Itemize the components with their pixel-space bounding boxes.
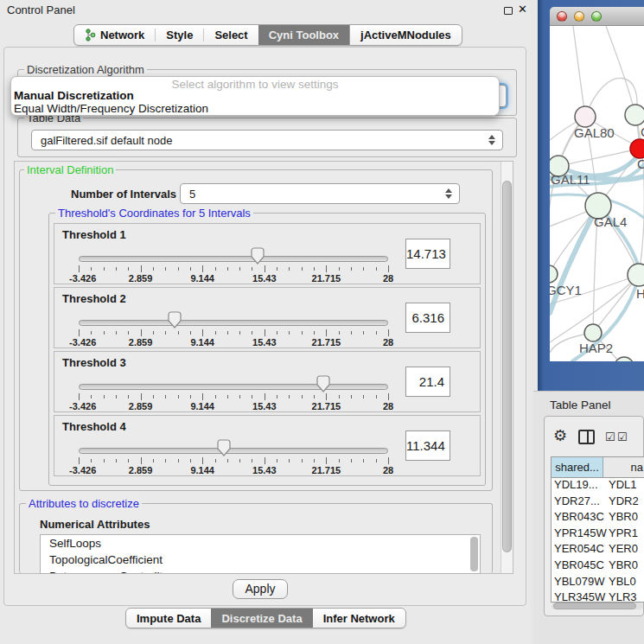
network-node[interactable] <box>628 264 644 286</box>
list-scrollbar[interactable] <box>470 537 478 571</box>
cell-shared-name[interactable]: YBR045C <box>552 558 609 575</box>
numerical-attributes-list[interactable]: SelfLoops TopologicalCoefficient Between… <box>40 534 481 574</box>
tab-network[interactable]: Network <box>74 25 155 45</box>
cell-shared-name[interactable]: YER054C <box>552 542 609 558</box>
attributes-group-title: Attributes to discretize <box>26 497 142 510</box>
list-item[interactable]: SelfLoops <box>41 535 480 552</box>
gear-icon[interactable]: ⚙ <box>553 426 567 445</box>
tab-impute-data[interactable]: Impute Data <box>126 609 211 628</box>
table-row[interactable]: YPR145WYPR1 <box>552 526 644 543</box>
cell-shared-name[interactable]: YBL079W <box>552 575 609 591</box>
slider-scale-labels: -3.4262.8599.14415.4321.71528 <box>79 465 388 475</box>
table-row[interactable]: YDR27...YDR2 <box>552 494 644 511</box>
apply-button[interactable]: Apply <box>233 579 288 599</box>
threshold-slider-track[interactable] <box>79 384 388 390</box>
threshold-row: Threshold 3 -3.4262.8599.14415.4321.7152… <box>54 351 481 412</box>
cell-shared-name[interactable]: YLR345W <box>552 590 609 603</box>
stepper-icon <box>488 135 495 145</box>
tab-discretize-data[interactable]: Discretize Data <box>211 609 312 628</box>
popup-item-manual-discretization[interactable]: Manual Discretization <box>14 89 134 102</box>
tab-jactivemnodules[interactable]: jActiveMNodules <box>349 25 462 45</box>
cell-name[interactable]: YBR0 <box>609 510 644 526</box>
network-node[interactable] <box>625 105 644 125</box>
threshold-value-field[interactable]: 14.713 <box>405 239 450 269</box>
cell-name[interactable]: YBL0 <box>609 575 644 591</box>
cell-shared-name[interactable]: YDL19... <box>552 478 609 494</box>
cell-name[interactable]: YER0 <box>609 542 644 558</box>
table-row[interactable]: YBL079WYBL0 <box>552 575 644 591</box>
panel-vertical-scrollbar[interactable] <box>501 162 513 573</box>
threshold-slider-handle[interactable] <box>250 247 265 265</box>
node-label: GCY1 <box>550 283 582 297</box>
network-node[interactable] <box>630 139 644 158</box>
table-row[interactable]: YLR345WYLR3 <box>552 590 644 603</box>
table-row[interactable]: YER054CYER0 <box>552 542 644 558</box>
slider-scale-labels: -3.4262.8599.14415.4321.71528 <box>79 273 388 284</box>
threshold-value-field[interactable]: 6.316 <box>405 303 450 333</box>
num-intervals-value: 5 <box>189 188 195 201</box>
cell-shared-name[interactable]: YPR145W <box>552 526 609 543</box>
threshold-value-field[interactable]: 11.344 <box>405 430 450 461</box>
scrollbar-thumb[interactable] <box>553 603 636 609</box>
network-icon <box>85 29 96 41</box>
cell-name[interactable]: YDL1 <box>609 478 644 494</box>
table-horizontal-scrollbar[interactable] <box>552 603 643 609</box>
close-icon[interactable]: ✕ <box>518 3 527 16</box>
network-node[interactable] <box>584 324 602 341</box>
threshold-slider-track[interactable] <box>79 256 388 262</box>
tab-select[interactable]: Select <box>204 25 258 45</box>
num-intervals-combobox[interactable]: 5 <box>180 183 460 204</box>
algorithm-dropdown-popup: Select algorithm to view settings Manual… <box>10 76 500 116</box>
slider-ticks <box>79 265 388 273</box>
list-item[interactable]: TopologicalCoefficient <box>41 552 480 568</box>
cell-shared-name[interactable]: YBR043C <box>552 510 609 526</box>
threshold-row: Threshold 4 -3.4262.8599.14415.4321.7152… <box>54 415 481 476</box>
node-table[interactable]: shared... na YDL19...YDL1YDR27...YDR2YBR… <box>551 456 644 603</box>
mac-close-button[interactable] <box>557 11 567 22</box>
float-window-icon[interactable] <box>504 7 513 15</box>
network-window-titlebar[interactable] <box>550 7 644 26</box>
mac-minimize-button[interactable] <box>574 11 584 22</box>
checkbox-icon[interactable]: ☑ <box>605 430 615 443</box>
threshold-slider-handle[interactable] <box>216 439 232 457</box>
table-rows: YDL19...YDL1YDR27...YDR2YBR043CYBR0YPR14… <box>552 478 644 603</box>
threshold-slider-handle[interactable] <box>316 375 331 393</box>
checkbox-icon[interactable]: ☑ <box>617 430 628 443</box>
popup-item-equal-width-frequency[interactable]: Equal Width/Frequency Discretization <box>14 102 208 115</box>
mac-zoom-button[interactable] <box>591 11 602 22</box>
node-label: H <box>636 286 644 301</box>
columns-icon[interactable] <box>578 430 595 444</box>
tab-infer-network[interactable]: Infer Network <box>313 609 405 628</box>
table-row[interactable]: YDL19...YDL1 <box>552 478 644 494</box>
node-label: HAP2 <box>579 341 613 355</box>
tab-cyni-toolbox[interactable]: Cyni Toolbox <box>258 25 349 45</box>
discretization-algorithm-title: Discretization Algorithm <box>24 63 147 76</box>
threshold-value-field[interactable]: 21.4 <box>405 367 450 397</box>
threshold-label: Threshold 4 <box>62 420 126 433</box>
cell-name[interactable]: YPR1 <box>609 526 644 543</box>
threshold-slider-track[interactable] <box>79 448 388 454</box>
threshold-slider-track[interactable] <box>79 320 388 326</box>
cell-name[interactable]: YDR2 <box>609 494 644 511</box>
tab-style[interactable]: Style <box>156 25 203 45</box>
scrollbar-thumb[interactable] <box>502 181 512 552</box>
table-data-combobox[interactable]: galFiltered.sif default node <box>31 130 503 150</box>
list-item[interactable]: BetweennessCentrality <box>41 568 480 574</box>
node-label: GA <box>641 124 644 139</box>
threshold-slider-handle[interactable] <box>167 311 182 329</box>
column-header-shared-name[interactable]: shared... <box>552 457 603 477</box>
network-node[interactable] <box>615 357 634 361</box>
network-node[interactable] <box>550 265 558 283</box>
top-tabbar: Network Style Select Cyni Toolbox jActiv… <box>73 24 462 46</box>
table-row[interactable]: YBR043CYBR0 <box>552 510 644 526</box>
cell-name[interactable]: YBR0 <box>609 558 644 575</box>
node-label: GAL80 <box>574 125 615 140</box>
table-row[interactable]: YBR045CYBR0 <box>552 558 644 575</box>
node-label: C <box>637 156 644 171</box>
cell-name[interactable]: YLR3 <box>609 590 644 603</box>
network-node[interactable] <box>575 106 596 127</box>
cell-shared-name[interactable]: YDR27... <box>552 494 609 511</box>
network-view[interactable]: GAL80GACGAL11GAL4GCY1HHAP2 <box>550 26 644 361</box>
column-header-name[interactable]: na <box>603 457 644 477</box>
interval-definition-title: Interval Definition <box>24 163 116 176</box>
